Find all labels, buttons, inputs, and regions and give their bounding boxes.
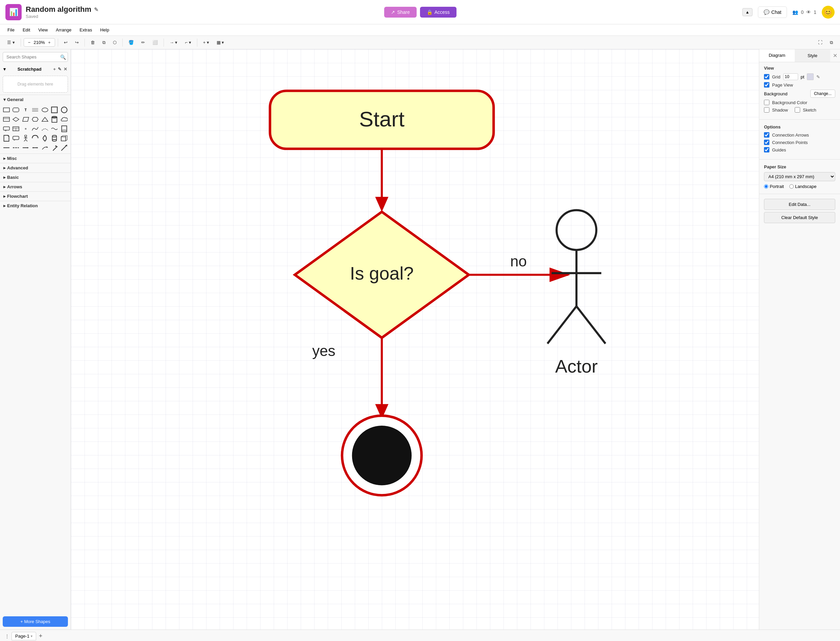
menu-file[interactable]: File xyxy=(4,26,18,34)
group-general[interactable]: ▾ General xyxy=(0,95,71,104)
shape-folded[interactable] xyxy=(2,134,11,143)
shape-container[interactable] xyxy=(2,115,11,124)
page-tab-arrow[interactable]: ▾ xyxy=(31,634,32,638)
shape-rounded-rect[interactable] xyxy=(11,105,20,114)
group-flowchart[interactable]: ▸ Flowchart xyxy=(0,192,71,201)
pen-button[interactable]: ✏ xyxy=(138,38,148,47)
shape-rect[interactable] xyxy=(2,105,11,114)
shape-dash1[interactable] xyxy=(2,143,11,152)
tab-diagram[interactable]: Diagram xyxy=(759,49,795,62)
conn-arrow-button[interactable]: → ▾ xyxy=(167,38,181,47)
chat-button[interactable]: 💬 Chat xyxy=(758,6,787,18)
shape-lines[interactable] xyxy=(31,105,40,114)
add-page-button[interactable]: + xyxy=(36,631,45,641)
group-arrows[interactable]: ▸ Arrows xyxy=(0,182,71,192)
change-background-button[interactable]: Change... xyxy=(810,90,835,98)
shape-halfcircle[interactable] xyxy=(31,134,40,143)
page-tab[interactable]: Page-1 ▾ xyxy=(11,632,36,640)
shape-curve[interactable] xyxy=(31,124,40,133)
group-entity-relation[interactable]: ▸ Entity Relation xyxy=(0,201,71,210)
shape-arrow-curve[interactable] xyxy=(40,143,49,152)
canvas-area[interactable]: Start Is goal? no yes xyxy=(71,49,759,630)
shape-speech[interactable] xyxy=(11,134,20,143)
menu-extras[interactable]: Extras xyxy=(76,26,96,34)
scratchpad-add-icon[interactable]: + xyxy=(53,67,56,72)
group-advanced[interactable]: ▸ Advanced xyxy=(0,163,71,172)
edit-title-icon[interactable]: ✎ xyxy=(94,6,98,13)
delete-button[interactable]: 🗑 xyxy=(88,38,98,47)
shape-diamond[interactable] xyxy=(11,115,20,124)
shape-text[interactable]: T xyxy=(21,105,30,114)
shape-crescent[interactable] xyxy=(40,134,49,143)
portrait-radio[interactable] xyxy=(764,184,768,188)
scratchpad-header[interactable]: ▾ Scratchpad + ✎ ✕ xyxy=(0,64,71,74)
grid-edit-icon[interactable]: ✎ xyxy=(816,74,820,79)
access-button[interactable]: 🔒 Access xyxy=(420,7,456,18)
clear-default-style-button[interactable]: Clear Default Style xyxy=(764,212,835,223)
shape-circle[interactable] xyxy=(60,105,69,114)
menu-arrange[interactable]: Arrange xyxy=(52,26,75,34)
grid-value-input[interactable] xyxy=(783,73,798,80)
shape-triangle[interactable] xyxy=(40,115,49,124)
group-misc[interactable]: ▸ Misc xyxy=(0,153,71,163)
conn-points-checkbox[interactable] xyxy=(764,140,769,145)
collapse-button[interactable]: ▲ xyxy=(742,8,752,16)
menu-help[interactable]: Help xyxy=(96,26,112,34)
menu-edit[interactable]: Edit xyxy=(19,26,34,34)
user-avatar[interactable]: 😊 xyxy=(822,6,835,19)
fullscreen-button[interactable]: ⛶ xyxy=(815,38,826,47)
fill-button[interactable]: 🪣 xyxy=(125,38,137,47)
grid-color-swatch[interactable] xyxy=(807,73,814,80)
shape-parallelogram[interactable] xyxy=(21,115,30,124)
zoom-in-button[interactable]: + xyxy=(47,39,52,46)
undo-button[interactable]: ↩ xyxy=(61,38,71,47)
shape-arrow-line[interactable] xyxy=(21,143,30,152)
zoom-out-button[interactable]: − xyxy=(27,39,32,46)
insert-button[interactable]: + ▾ xyxy=(200,38,212,47)
shape-ellipse[interactable] xyxy=(40,105,49,114)
shape-arrow-up[interactable] xyxy=(50,143,59,152)
shape-table[interactable] xyxy=(11,124,20,133)
bg-color-checkbox[interactable] xyxy=(764,100,769,105)
conn-arrows-checkbox[interactable] xyxy=(764,132,769,138)
copy-button[interactable]: ⧉ xyxy=(100,38,108,47)
sketch-checkbox[interactable] xyxy=(795,107,800,113)
paste-button[interactable]: ⬡ xyxy=(110,38,120,47)
layout-button[interactable]: ☰ ▾ xyxy=(4,38,18,47)
shape-double-arrow[interactable] xyxy=(31,143,40,152)
paper-size-select[interactable]: A4 (210 mm x 297 mm) A3 Letter Legal xyxy=(764,172,835,181)
shape-square[interactable] xyxy=(50,105,59,114)
shape-doc[interactable] xyxy=(60,124,69,133)
menu-view[interactable]: View xyxy=(35,26,51,34)
shape-actor[interactable] xyxy=(21,134,30,143)
edit-data-button[interactable]: Edit Data... xyxy=(764,199,835,210)
rect-button[interactable]: ⬜ xyxy=(149,38,161,47)
split-button[interactable]: ⧉ xyxy=(827,38,836,47)
shape-dash-curve[interactable] xyxy=(40,124,49,133)
shadow-checkbox[interactable] xyxy=(764,107,769,113)
shape-list[interactable]: ≡ xyxy=(21,124,30,133)
scratchpad-close-icon[interactable]: ✕ xyxy=(64,67,67,72)
panel-close-button[interactable]: ✕ xyxy=(830,49,840,62)
page-view-checkbox[interactable] xyxy=(764,82,769,87)
guides-checkbox[interactable] xyxy=(764,147,769,153)
table-button[interactable]: ▦ ▾ xyxy=(214,38,227,47)
search-input[interactable] xyxy=(3,52,68,62)
shape-cylinder[interactable] xyxy=(50,115,59,124)
shape-cloud[interactable] xyxy=(60,115,69,124)
shape-dash2[interactable] xyxy=(11,143,20,152)
shape-callout[interactable] xyxy=(2,124,11,133)
search-icon[interactable]: 🔍 xyxy=(60,55,66,60)
shape-wave[interactable] xyxy=(50,124,59,133)
scratchpad-edit-icon[interactable]: ✎ xyxy=(58,67,61,72)
landscape-radio[interactable] xyxy=(789,184,794,188)
shape-dbcylinder[interactable] xyxy=(50,134,59,143)
share-button[interactable]: ↗ Share xyxy=(384,7,416,18)
pages-menu-button[interactable]: ⋮ xyxy=(3,632,11,640)
tab-style[interactable]: Style xyxy=(795,49,830,62)
more-shapes-button[interactable]: + More Shapes xyxy=(3,616,68,627)
group-basic[interactable]: ▸ Basic xyxy=(0,172,71,182)
grid-checkbox[interactable] xyxy=(764,74,769,79)
shape-arrow-upleft[interactable] xyxy=(60,143,69,152)
redo-button[interactable]: ↪ xyxy=(72,38,82,47)
